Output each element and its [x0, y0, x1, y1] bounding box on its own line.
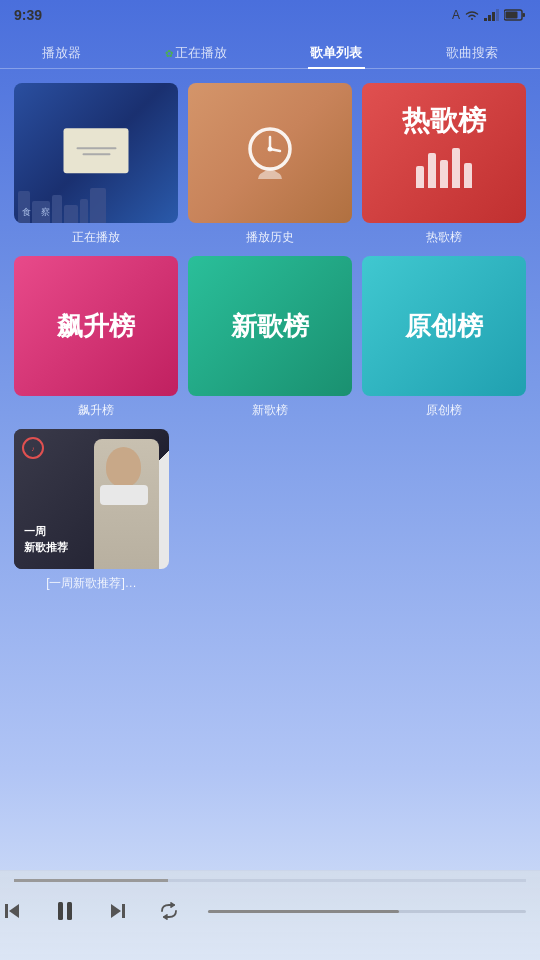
history-icon-container [188, 83, 352, 223]
grid-row-2: 飙升榜 飙升榜 新歌榜 新歌榜 原创榜 原创榜 [14, 256, 526, 419]
leaf-icon: ✿ [165, 48, 173, 59]
status-time: 9:39 [14, 7, 42, 23]
svg-rect-5 [523, 13, 526, 17]
tab-nowplaying[interactable]: ✿正在播放 [155, 38, 237, 68]
svg-rect-16 [122, 904, 125, 918]
nav-tabs: 播放器 ✿正在播放 歌单列表 歌曲搜索 [0, 30, 540, 69]
label-new: 新歌榜 [252, 402, 288, 419]
grid-item-rise[interactable]: 飙升榜 飙升榜 [14, 256, 178, 419]
grid-item-weekly[interactable]: ♪ 一周 新歌推荐 [一周新歌推荐]… [14, 429, 169, 592]
label-now-playing: 正在播放 [72, 229, 120, 246]
svg-rect-14 [67, 902, 72, 920]
svg-rect-13 [58, 902, 63, 920]
weekly-music-icon: ♪ [22, 437, 44, 459]
svg-rect-12 [5, 904, 8, 918]
weekly-overlay-text: 一周 新歌推荐 [24, 524, 68, 555]
weekly-bg: ♪ 一周 新歌推荐 [14, 429, 169, 569]
pause-button[interactable] [52, 898, 78, 924]
progress-fill [14, 879, 168, 882]
thumb-hot: 热歌榜 [362, 83, 526, 223]
svg-point-10 [268, 147, 273, 152]
grid-item-new[interactable]: 新歌榜 新歌榜 [188, 256, 352, 419]
rise-chart-text: 飙升榜 [57, 309, 135, 344]
label-rise: 飙升榜 [78, 402, 114, 419]
battery-icon [504, 9, 526, 21]
signal-icon [484, 9, 500, 21]
player-controls [0, 898, 540, 924]
avast-icon: A [452, 8, 460, 22]
thumb-history [188, 83, 352, 223]
svg-marker-11 [9, 904, 19, 918]
svg-marker-15 [111, 904, 121, 918]
weekly-row: ♪ 一周 新歌推荐 [一周新歌推荐]… [14, 429, 526, 592]
clock-icon [238, 121, 302, 185]
original-chart-text: 原创榜 [405, 309, 483, 344]
main-content: 食察 正在播放 [0, 69, 540, 857]
wifi-icon [464, 9, 480, 21]
tab-search[interactable]: 歌曲搜索 [436, 38, 508, 68]
hot-chart-text: 热歌榜 [402, 102, 486, 140]
grid-item-history[interactable]: 播放历史 [188, 83, 352, 246]
repeat-button[interactable] [158, 900, 180, 922]
tab-playlist[interactable]: 歌单列表 [300, 38, 372, 68]
status-bar: 9:39 A [0, 0, 540, 30]
tab-player[interactable]: 播放器 [32, 38, 91, 68]
prev-button[interactable] [0, 899, 24, 923]
label-hot: 热歌榜 [426, 229, 462, 246]
weekly-section: ♪ 一周 新歌推荐 [一周新歌推荐]… [14, 429, 526, 592]
grid-row-1: 食察 正在播放 [14, 83, 526, 246]
grid-item-hot[interactable]: 热歌榜 热歌榜 [362, 83, 526, 246]
weekly-caption: [一周新歌推荐]… [46, 575, 137, 592]
svg-rect-6 [506, 12, 518, 19]
thumb-original: 原创榜 [362, 256, 526, 396]
svg-rect-0 [484, 18, 487, 21]
weekly-thumb: ♪ 一周 新歌推荐 [14, 429, 169, 569]
thumb-rise: 飙升榜 [14, 256, 178, 396]
svg-rect-1 [488, 15, 491, 21]
progress-bar[interactable] [14, 879, 526, 882]
grid-item-original[interactable]: 原创榜 原创榜 [362, 256, 526, 419]
svg-rect-3 [496, 9, 499, 21]
label-history: 播放历史 [246, 229, 294, 246]
next-button[interactable] [106, 899, 130, 923]
bar-chart [408, 148, 480, 188]
thumb-now-playing: 食察 [14, 83, 178, 223]
thumb-new: 新歌榜 [188, 256, 352, 396]
svg-rect-2 [492, 12, 495, 21]
new-chart-text: 新歌榜 [231, 309, 309, 344]
label-original: 原创榜 [426, 402, 462, 419]
grid-item-now-playing[interactable]: 食察 正在播放 [14, 83, 178, 246]
player-bar [0, 870, 540, 960]
volume-bar[interactable] [208, 910, 526, 913]
status-icons: A [452, 8, 526, 22]
